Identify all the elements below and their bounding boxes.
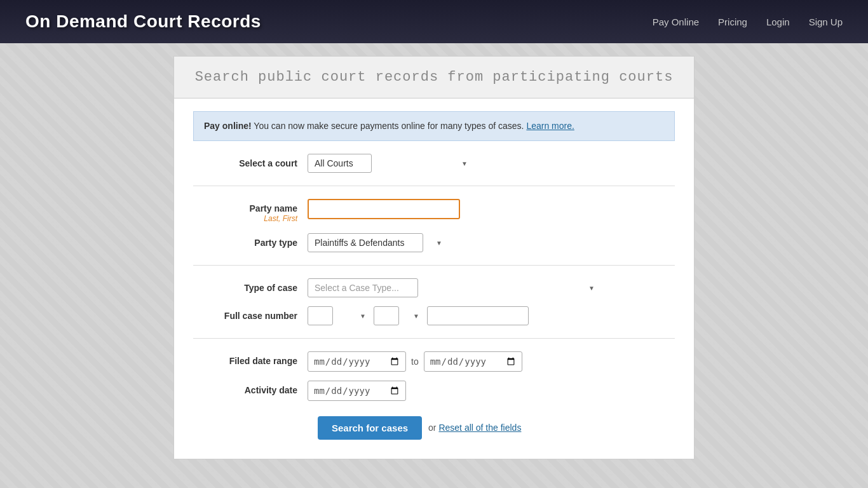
court-label: Select a court [193,154,308,169]
nav-pay-online[interactable]: Pay Online [653,17,699,27]
filed-date-from-input[interactable] [308,351,406,372]
case-num-part2-wrapper[interactable] [374,306,424,325]
party-type-select-wrapper[interactable]: Plaintiffs & Defendants [308,233,447,252]
nav-login[interactable]: Login [766,17,790,27]
court-row: Select a court All Courts [193,154,675,173]
filed-date-control: to [308,351,675,372]
court-select-wrapper[interactable]: All Courts [308,154,473,173]
case-type-select-wrapper[interactable]: Select a Case Type... [308,278,600,297]
reset-container: or Reset all of the fields [428,423,521,433]
alert-banner: Pay online! You can now make secure paym… [193,111,675,141]
party-type-control: Plaintiffs & Defendants [308,233,675,252]
alert-bold: Pay online! [204,121,252,131]
nav-sign-up[interactable]: Sign Up [809,17,843,27]
main-container: Search public court records from partici… [173,56,695,459]
reset-link[interactable]: Reset all of the fields [438,423,521,433]
alert-learn-more-link[interactable]: Learn more. [526,121,574,131]
party-name-control [308,199,675,219]
case-type-label: Type of case [193,278,308,294]
divider-1 [193,186,675,186]
search-button[interactable]: Search for cases [318,416,422,440]
page-title-bar: Search public court records from partici… [174,57,694,98]
party-name-label: Party name Last, First [193,199,308,224]
case-num-part2-select[interactable] [374,306,399,325]
filed-date-to-input[interactable] [424,351,522,372]
activity-date-input[interactable] [308,381,406,401]
header: On Demand Court Records Pay Online Prici… [0,0,868,43]
action-row: Search for cases or Reset all of the fie… [193,416,675,440]
case-number-control [308,306,675,325]
party-name-input[interactable] [308,199,460,219]
court-select[interactable]: All Courts [308,154,372,173]
search-form: Select a court All Courts Party name Las… [174,154,694,459]
date-range-separator: to [411,356,419,367]
case-type-select[interactable]: Select a Case Type... [308,278,418,297]
party-name-sublabel: Last, First [193,214,297,224]
main-nav: Pay Online Pricing Login Sign Up [653,17,843,27]
case-type-control: Select a Case Type... [308,278,675,297]
case-num-part1-wrapper[interactable] [308,306,371,325]
reset-or-text: or [428,423,436,433]
case-number-row: Full case number [193,306,675,325]
party-type-row: Party type Plaintiffs & Defendants [193,233,675,252]
activity-date-control [308,381,675,401]
case-type-row: Type of case Select a Case Type... [193,278,675,297]
divider-2 [193,265,675,266]
party-type-select[interactable]: Plaintiffs & Defendants [308,233,423,252]
case-number-text-input[interactable] [427,306,529,325]
nav-pricing[interactable]: Pricing [718,17,747,27]
case-number-inputs [308,306,675,325]
site-logo: On Demand Court Records [25,11,261,32]
divider-3 [193,338,675,339]
filed-date-row: Filed date range to [193,351,675,372]
party-type-label: Party type [193,233,308,248]
party-name-row: Party name Last, First [193,199,675,224]
activity-date-row: Activity date [193,381,675,401]
alert-message: You can now make secure payments online … [254,121,524,131]
filed-date-inputs: to [308,351,675,372]
activity-date-label: Activity date [193,381,308,396]
case-num-part1-select[interactable] [308,306,333,325]
page-title: Search public court records from partici… [193,69,675,85]
filed-date-label: Filed date range [193,351,308,367]
case-number-label: Full case number [193,306,308,322]
court-control: All Courts [308,154,675,173]
